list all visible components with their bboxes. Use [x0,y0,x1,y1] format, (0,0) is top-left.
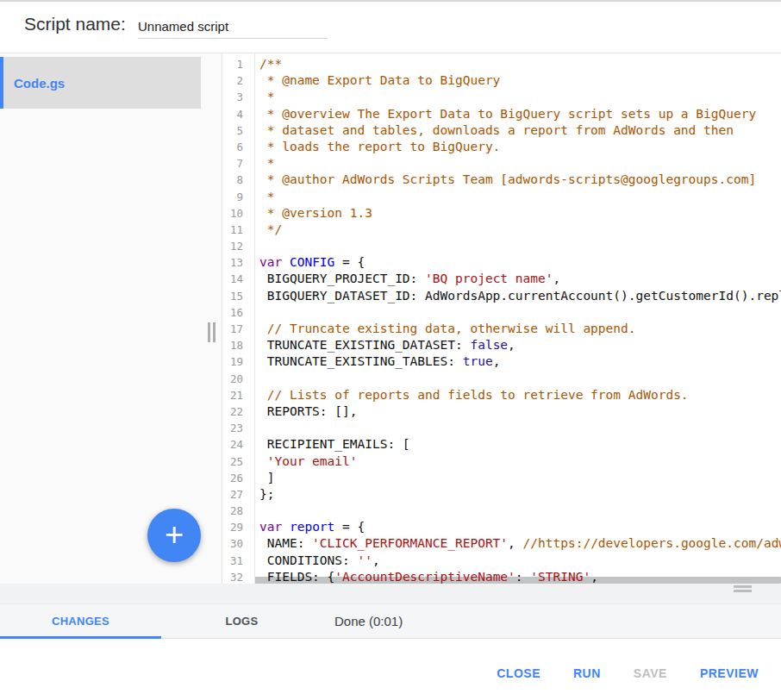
file-name-label: Code.gs [14,76,65,91]
line-number: 27 [222,486,243,503]
line-number: 26 [222,470,243,486]
line-number: 7 [222,155,243,172]
code-line: // Truncate existing data, otherwise wil… [259,321,781,337]
file-item-code-gs[interactable]: Code.gs [0,57,201,109]
code-line [259,238,781,254]
code-line [259,304,781,321]
run-button[interactable]: RUN [559,659,615,687]
code-line: }; [259,486,781,503]
code-line: 'Your email' [259,453,781,470]
code-line: * [259,155,781,172]
file-sidebar: Code.gs [0,53,222,584]
line-number: 12 [222,238,243,254]
line-number: 11 [222,222,243,238]
line-number: 32 [222,569,243,584]
line-number: 17 [222,321,243,337]
line-number: 24 [222,436,243,453]
code-line: * @name Export Data to BigQuery [259,72,781,89]
code-editor[interactable]: 1234567891011121314151617181920212223242… [222,53,781,584]
code-line [259,420,781,436]
panel-resize-grip[interactable] [734,585,752,592]
close-button[interactable]: CLOSE [483,659,554,687]
line-number: 21 [222,387,243,403]
code-lines: /** * @name Export Data to BigQuery * * … [256,53,781,584]
code-line: */ [259,222,781,238]
save-button[interactable]: SAVE [620,659,681,687]
gutter: 1234567891011121314151617181920212223242… [222,53,255,584]
line-number: 20 [222,371,243,387]
execution-status: Done (0:01) [334,614,403,628]
header: Script name: [0,2,781,53]
console-tabs: CHANGES LOGS Done (0:01) [0,603,781,639]
panel-divider [0,584,781,603]
script-name-label: Script name: [24,10,126,38]
line-number: 4 [222,106,243,122]
code-line: * @version 1.3 [259,205,781,222]
line-number: 16 [222,304,243,321]
script-editor-window: Script name: Code.gs 1234567891011121314… [0,0,781,700]
code-line: NAME: 'CLICK_PERFORMANCE_REPORT', //http… [259,535,781,552]
code-line: * @author AdWords Scripts Team [adwords-… [259,172,781,188]
add-script-fab[interactable]: + [147,509,201,562]
code-line: ] [259,470,781,486]
code-line: RECIPIENT_EMAILS: [ [259,436,781,453]
code-line: * [259,89,781,105]
line-number: 3 [222,89,243,105]
line-number: 8 [222,172,243,188]
line-number: 25 [222,453,243,470]
line-number: 10 [222,205,243,222]
line-number: 14 [222,271,243,287]
code-line: * loads the report to BigQuery. [259,139,781,155]
line-number: 23 [222,420,243,436]
code-line: * @overview The Export Data to BigQuery … [259,106,781,122]
code-line [259,371,781,387]
plus-icon: + [165,518,184,551]
line-number: 18 [222,337,243,353]
code-line [259,503,781,519]
code-line: // Lists of reports and fields to retrie… [259,387,781,403]
code-line: var CONFIG = { [259,254,781,271]
line-number: 5 [222,122,243,139]
code-line: TRUNCATE_EXISTING_DATASET: false, [259,337,781,353]
line-number: 19 [222,353,243,370]
line-number: 6 [222,139,243,155]
line-number: 28 [222,503,243,519]
code-line: * [259,189,781,205]
line-number: 13 [222,254,243,271]
sidebar-resize-handle[interactable] [208,322,216,342]
code-line: BIGQUERY_DATASET_ID: AdWordsApp.currentA… [259,288,781,304]
code-line: /** [259,56,781,72]
code-line: BIGQUERY_PROJECT_ID: 'BQ project name', [259,271,781,287]
line-number: 22 [222,403,243,420]
line-number: 15 [222,288,243,304]
line-number: 30 [222,535,243,552]
tab-logs[interactable]: LOGS [161,604,322,638]
line-number: 29 [222,519,243,535]
tab-changes[interactable]: CHANGES [0,604,161,638]
line-number: 9 [222,189,243,205]
preview-button[interactable]: PREVIEW [686,659,772,687]
code-line: * dataset and tables, downloads a report… [259,122,781,139]
code-line: TRUNCATE_EXISTING_TABLES: true, [259,353,781,370]
line-number: 1 [222,56,243,72]
code-line: var report = { [259,519,781,535]
line-number: 31 [222,553,243,569]
action-bar: CLOSE RUN SAVE PREVIEW [0,639,781,700]
line-number: 2 [222,72,243,89]
code-line: CONDITIONS: '', [259,553,781,569]
code-line: REPORTS: [], [259,403,781,420]
code-line: FIELDS: {'AccountDescriptiveName': 'STRI… [259,569,781,584]
script-name-input[interactable] [138,14,328,39]
